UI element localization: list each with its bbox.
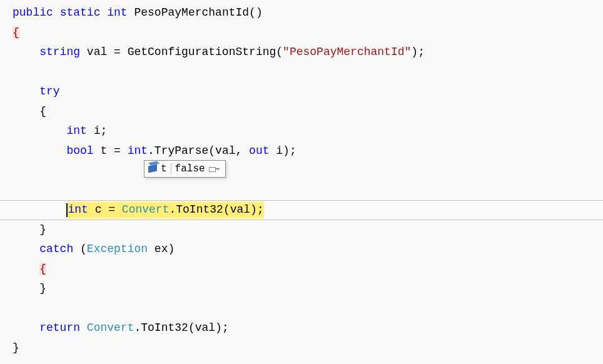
keyword-return: return — [39, 321, 80, 334]
code-text: i); — [270, 144, 296, 157]
debug-datatip[interactable]: t false — [144, 160, 226, 178]
code-editor[interactable]: public static int PesoPayMerchantId() { … — [13, 3, 603, 358]
code-text: ( — [73, 243, 87, 255]
brace-matched: { — [13, 26, 19, 39]
code-text: val = GetConfigurationString( — [80, 46, 283, 58]
code-line[interactable]: string val = GetConfigurationString("Pes… — [13, 43, 603, 63]
code-text: c = — [88, 203, 122, 216]
code-text: i; — [87, 124, 107, 137]
keyword-int: int — [66, 124, 86, 137]
code-line[interactable]: try — [13, 82, 603, 102]
keyword-catch: catch — [39, 243, 73, 255]
code-line[interactable]: { — [13, 102, 603, 122]
keyword-bool: bool — [66, 144, 93, 157]
code-line[interactable]: { — [13, 260, 603, 280]
code-line[interactable]: public static int PesoPayMerchantId() — [13, 3, 603, 23]
code-line[interactable]: } — [13, 220, 603, 240]
keyword-int: int — [68, 203, 88, 216]
datatip-variable: t — [161, 162, 167, 176]
keyword-public: public — [13, 6, 53, 19]
code-line[interactable]: { — [13, 23, 603, 43]
string-literal: "PesoPayMerchantId" — [283, 46, 411, 58]
blank-line[interactable] — [13, 63, 603, 83]
code-text: ); — [411, 46, 425, 58]
code-line[interactable]: } — [13, 338, 603, 358]
brace-matched: { — [39, 263, 46, 275]
type-convert: Convert — [87, 321, 134, 334]
code-text: .ToInt32(val); — [169, 203, 263, 216]
method-name: PesoPayMerchantId() — [134, 6, 262, 19]
blank-line[interactable] — [13, 299, 603, 319]
separator — [171, 163, 171, 174]
current-execution-line[interactable]: int c = Convert.ToInt32(val); — [13, 200, 603, 220]
code-line[interactable]: bool t = int.TryParse(val, out i); t fal… — [13, 141, 603, 201]
code-text: ex) — [148, 243, 175, 255]
type-int: int — [128, 144, 148, 157]
code-text: .ToInt32(val); — [134, 321, 228, 334]
brace: { — [39, 105, 46, 118]
brace: } — [39, 282, 46, 295]
keyword-string: string — [39, 46, 80, 58]
code-text: t = — [94, 144, 128, 157]
code-line[interactable]: return Convert.ToInt32(val); — [13, 318, 603, 338]
keyword-try: try — [39, 85, 59, 98]
brace: } — [39, 223, 46, 236]
pin-icon[interactable] — [209, 165, 220, 173]
brace: } — [13, 341, 19, 354]
code-line[interactable]: } — [13, 279, 603, 299]
code-line[interactable]: catch (Exception ex) — [13, 240, 603, 260]
keyword-static: static — [60, 6, 101, 19]
keyword-out: out — [249, 144, 269, 157]
code-text: .TryParse(val, — [148, 144, 249, 157]
type-convert: Convert — [122, 203, 170, 216]
datatip-value: false — [175, 162, 205, 176]
keyword-int: int — [107, 6, 127, 19]
code-line[interactable]: int i; — [13, 121, 603, 141]
variable-icon — [148, 164, 157, 173]
type-exception: Exception — [87, 243, 148, 255]
